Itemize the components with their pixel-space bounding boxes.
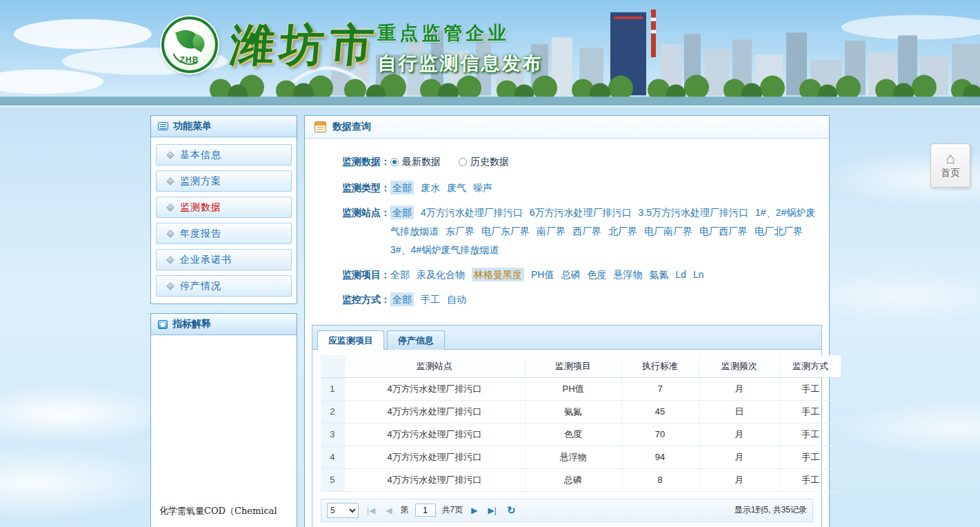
next-page-button[interactable]: ▶ <box>469 504 479 517</box>
table-row[interactable]: 14万方污水处理厂排污口PH值7月手工 <box>321 377 841 400</box>
filter-option[interactable]: 3#、4#锅炉废气排放烟道 <box>390 244 499 255</box>
table-cell: 月 <box>699 423 780 446</box>
function-menu-title: 功能菜单 <box>173 120 212 132</box>
filter-option[interactable]: 自动 <box>447 294 466 305</box>
filter-option[interactable]: 氨氮 <box>649 269 668 280</box>
table-row[interactable]: 44万方污水处理厂排污口悬浮物94月手工 <box>321 446 841 468</box>
table-cell: 45 <box>621 400 699 423</box>
filter-type-options: 全部废水废气噪声 <box>390 179 821 197</box>
filter-option[interactable]: 手工 <box>421 294 440 305</box>
site-subtitle-1: 重点监管企业 <box>378 21 543 46</box>
table-cell: 色度 <box>525 423 621 446</box>
last-page-button[interactable]: ▶| <box>486 504 499 517</box>
table-cell: 悬浮物 <box>525 446 621 468</box>
filter-option[interactable]: 电厂北厂界 <box>754 226 803 237</box>
table-header-row: 监测站点监测项目执行标准监测频次监测方式 <box>321 355 841 378</box>
table-row[interactable]: 24万方污水处理厂排污口氨氮45日手工 <box>321 400 841 423</box>
filter-label-type: 监测类型： <box>313 179 390 197</box>
column-header: 执行标准 <box>621 355 699 378</box>
filter-option[interactable]: 西厂界 <box>572 226 601 237</box>
table-cell: 手工 <box>780 400 841 423</box>
filter-option[interactable]: 6万方污水处理厂排污口 <box>530 207 632 218</box>
first-page-button[interactable]: |◀ <box>365 504 377 517</box>
query-icon <box>314 121 326 132</box>
filter-option[interactable]: 全部 <box>390 206 414 219</box>
home-button[interactable]: ⌂ 首页 <box>930 143 970 188</box>
filter-project-options: 全部汞及化合物林格曼黑度PH值总磷色度悬浮物氨氮LdLn <box>390 266 821 284</box>
table-cell: 1 <box>321 377 344 400</box>
data-query-panel: 数据查询 监测数据： 最新数据 历史数据 <box>304 115 830 527</box>
home-button-label: 首页 <box>941 167 960 179</box>
table-cell: 4万方污水处理厂排污口 <box>344 468 525 491</box>
refresh-icon[interactable]: ↻ <box>505 503 518 518</box>
filter-option[interactable]: Ln <box>693 269 704 280</box>
filter-option[interactable]: 南厂界 <box>537 226 566 237</box>
data-query-header: 数据查询 <box>305 116 829 139</box>
tab-stoppage-info[interactable]: 停产信息 <box>387 330 445 350</box>
book-icon <box>158 320 168 329</box>
filter-option[interactable]: 电厂南厂界 <box>644 226 692 237</box>
column-header: 监测项目 <box>525 355 621 378</box>
table-cell: 5 <box>321 468 344 491</box>
table-cell: 3 <box>321 423 344 446</box>
filter-option[interactable]: 噪声 <box>473 182 492 193</box>
table-cell: 手工 <box>780 377 841 400</box>
sidebar-item-commitment-letter[interactable]: 企业承诺书 <box>156 249 292 270</box>
column-header: 监测方式 <box>780 355 841 378</box>
table-cell: 4万方污水处理厂排污口 <box>344 400 525 423</box>
table-row[interactable]: 34万方污水处理厂排污口色度70月手工 <box>321 423 841 446</box>
sidebar-item-production-stoppage[interactable]: 停产情况 <box>156 275 292 297</box>
filter-option[interactable]: 北厂界 <box>608 226 637 237</box>
filter-option[interactable]: 4万方污水处理厂排污口 <box>421 207 523 218</box>
radio-history-data[interactable]: 历史数据 <box>459 152 509 171</box>
filter-option[interactable]: 电厂西厂界 <box>699 226 748 237</box>
diamond-bullet-icon <box>166 282 174 290</box>
filter-option[interactable]: 3.5万方污水处理厂排污口 <box>639 207 748 218</box>
table-cell: 日 <box>699 400 780 423</box>
table-cell: 手工 <box>780 446 841 468</box>
filter-option[interactable]: 电厂东厂界 <box>481 226 530 237</box>
table-cell: 94 <box>621 446 699 468</box>
sidebar-item-label: 监测数据 <box>180 201 221 214</box>
page-background: ZHB 潍坊市 重点监管企业 自行监测信息发布 功能菜单 基本信息 <box>0 0 980 527</box>
filter-option[interactable]: 废气 <box>447 182 466 193</box>
tab-monitoring-items[interactable]: 应监测项目 <box>317 330 384 350</box>
sidebar-item-monitoring-plan[interactable]: 监测方案 <box>156 170 292 192</box>
record-summary: 显示1到5, 共35记录 <box>734 504 807 516</box>
filter-option[interactable]: 色度 <box>587 269 606 280</box>
tab-bar: 应监测项目 停产信息 <box>312 326 821 350</box>
filter-option[interactable]: 全部 <box>390 181 414 195</box>
radio-label: 历史数据 <box>470 152 509 171</box>
sidebar-item-label: 年度报告 <box>180 228 221 240</box>
page-number-input[interactable] <box>415 504 436 517</box>
monitoring-items-box: 应监测项目 停产信息 监测站点监测项目执行标准监测频次监测方式 14万方污水处理… <box>312 325 822 527</box>
filter-option[interactable]: 林格曼黑度 <box>472 268 524 281</box>
filter-option[interactable]: 东厂界 <box>446 226 474 237</box>
diamond-bullet-icon <box>166 203 174 211</box>
pagination-bar: 5 |◀ ◀ 第 共7页 ▶ ▶| ↻ 显示1到5, 共35记录 <box>321 499 813 522</box>
table-cell: 4 <box>321 446 344 468</box>
filter-label-station: 监测站点： <box>313 203 390 259</box>
diamond-bullet-icon <box>166 230 174 237</box>
sidebar: 功能菜单 基本信息 监测方案 监测数据 <box>150 115 297 527</box>
sidebar-item-monitoring-data[interactable]: 监测数据 <box>156 197 292 218</box>
sidebar-item-basic-info[interactable]: 基本信息 <box>156 144 292 166</box>
prev-page-button[interactable]: ◀ <box>383 504 394 517</box>
diamond-bullet-icon <box>166 256 174 264</box>
filter-option[interactable]: 总磷 <box>561 269 580 280</box>
filter-option[interactable]: 全部 <box>390 292 414 306</box>
radio-latest-data[interactable]: 最新数据 <box>390 152 441 171</box>
filter-option[interactable]: 全部 <box>390 269 410 280</box>
filter-station-options: 全部4万方污水处理厂排污口6万方污水处理厂排污口3.5万方污水处理厂排污口1#、… <box>390 203 821 259</box>
sidebar-item-label: 基本信息 <box>180 149 221 161</box>
column-header: 监测频次 <box>699 355 780 378</box>
page-size-select[interactable]: 5 <box>327 503 359 518</box>
filter-option[interactable]: PH值 <box>531 269 554 280</box>
filter-option[interactable]: 汞及化合物 <box>417 269 465 280</box>
filter-option[interactable]: 废水 <box>421 182 440 193</box>
filter-option[interactable]: Ld <box>675 269 686 280</box>
table-cell: 月 <box>699 446 780 468</box>
table-row[interactable]: 54万方污水处理厂排污口总磷8月手工 <box>321 468 841 491</box>
filter-option[interactable]: 悬浮物 <box>613 269 642 280</box>
sidebar-item-annual-report[interactable]: 年度报告 <box>156 223 292 244</box>
